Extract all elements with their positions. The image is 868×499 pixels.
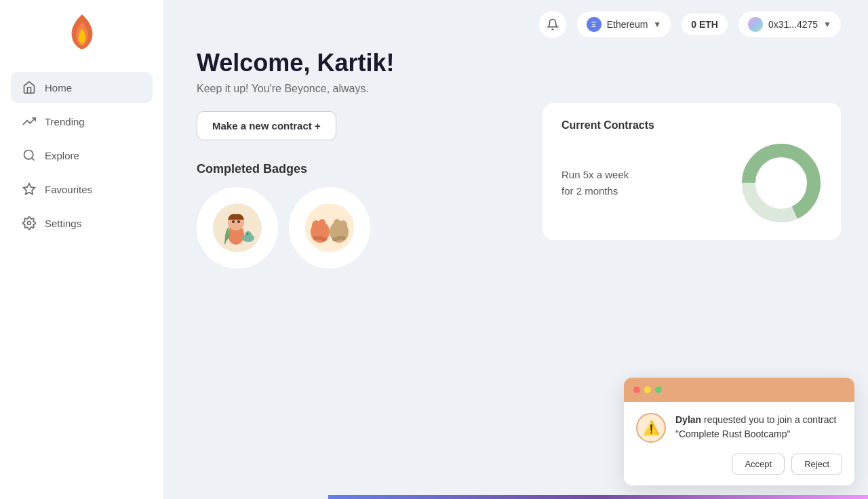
network-label: Ethereum: [607, 19, 648, 30]
svg-line-1: [32, 158, 35, 161]
badge-item: [289, 187, 370, 268]
accept-button[interactable]: Accept: [732, 454, 785, 475]
sidebar-item-home[interactable]: Home: [11, 72, 153, 103]
sidebar-item-trending-label: Trending: [45, 116, 85, 127]
sidebar-item-trending[interactable]: Trending: [11, 106, 153, 137]
new-contract-button[interactable]: Make a new contract +: [197, 111, 336, 140]
ethereum-icon: Ξ: [587, 17, 601, 32]
wallet-chevron-icon: ▼: [823, 20, 831, 29]
notification-action: requested you to join a contract: [704, 414, 836, 425]
trending-icon: [22, 114, 37, 129]
dot-yellow: [644, 386, 651, 393]
svg-point-14: [312, 220, 320, 230]
donut-chart: [741, 142, 822, 224]
home-icon: [22, 80, 37, 95]
svg-point-0: [24, 151, 33, 159]
dot-red: [633, 386, 640, 393]
dot-green: [655, 386, 662, 393]
app-logo: [58, 8, 106, 56]
sidebar-item-favourites[interactable]: Favourites: [11, 174, 153, 205]
favourites-icon: [22, 182, 37, 197]
svg-point-23: [332, 237, 338, 241]
network-selector[interactable]: Ξ Ethereum ▼: [577, 12, 671, 37]
svg-point-20: [339, 220, 347, 230]
network-chevron-icon: ▼: [653, 20, 661, 29]
reject-button[interactable]: Reject: [791, 454, 842, 475]
notification-text: Dylan requested you to join a contract "…: [675, 413, 842, 441]
notification-popup: ⚠️ Dylan requested you to join a contrac…: [624, 378, 854, 485]
svg-point-15: [319, 219, 326, 227]
svg-point-7: [232, 220, 235, 223]
sidebar-item-explore[interactable]: Explore: [11, 140, 153, 171]
svg-point-21: [334, 219, 340, 227]
sidebar-item-settings-label: Settings: [45, 218, 81, 229]
notifications-button[interactable]: [539, 11, 566, 38]
topbar: Ξ Ethereum ▼ 0 ETH 0x31...4275 ▼: [328, 0, 868, 49]
svg-point-24: [340, 236, 346, 240]
sidebar-item-explore-label: Explore: [45, 150, 79, 161]
wallet-selector[interactable]: 0x31...4275 ▼: [738, 12, 841, 37]
bottom-bar: [328, 495, 868, 499]
contracts-card: Current Contracts Run 5x a weekfor 2 mon…: [542, 103, 841, 240]
contracts-card-title: Current Contracts: [561, 119, 822, 132]
notification-header: [624, 378, 854, 402]
badge-item: [197, 187, 278, 268]
svg-point-18: [313, 236, 319, 240]
notification-contract-name: "Complete Rust Bootcamp": [675, 428, 790, 439]
notification-actions: Accept Reject: [624, 454, 854, 485]
wallet-avatar: [748, 17, 763, 32]
svg-point-8: [237, 220, 240, 223]
sidebar-item-settings[interactable]: Settings: [11, 207, 153, 239]
wallet-address: 0x31...4275: [768, 19, 818, 30]
svg-point-17: [321, 237, 327, 241]
contracts-card-body: Run 5x a weekfor 2 months: [561, 142, 822, 224]
svg-point-11: [247, 233, 249, 235]
notification-body: ⚠️ Dylan requested you to join a contrac…: [624, 402, 854, 454]
eth-balance: 0 ETH: [682, 14, 728, 35]
contracts-description: Run 5x a weekfor 2 months: [561, 167, 629, 199]
sidebar-item-favourites-label: Favourites: [45, 184, 92, 195]
sidebar-item-home-label: Home: [45, 82, 72, 94]
svg-marker-2: [24, 184, 35, 195]
svg-point-3: [28, 222, 31, 225]
notification-requester: Dylan: [675, 414, 701, 425]
welcome-subtitle: Keep it up! You're Beyonce, always.: [197, 83, 835, 95]
settings-icon: [22, 216, 37, 231]
nav-menu: Home Trending Explore: [0, 72, 163, 239]
notification-warning-icon: ⚠️: [636, 413, 666, 443]
welcome-title: Welcome, Kartik!: [197, 49, 835, 77]
sidebar: Home Trending Explore: [0, 0, 164, 499]
explore-icon: [22, 148, 37, 163]
